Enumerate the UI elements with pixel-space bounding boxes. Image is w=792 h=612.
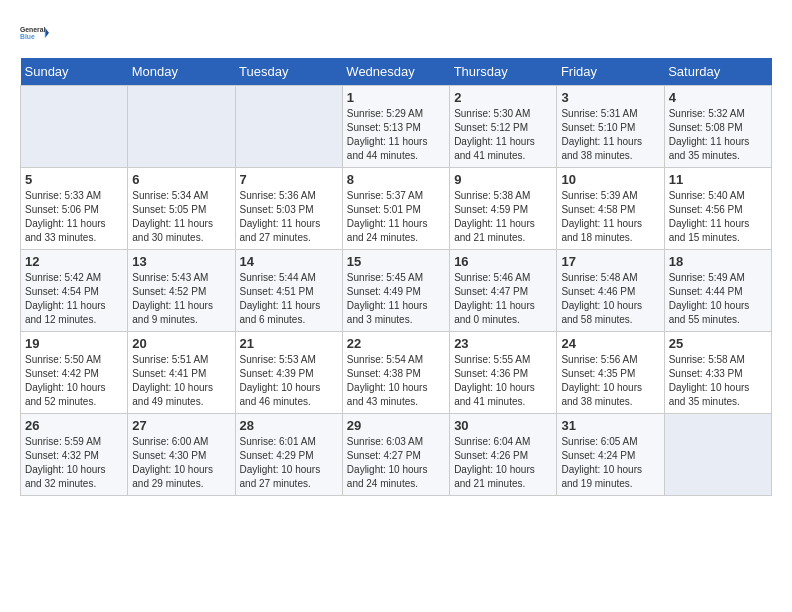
- day-info: Sunrise: 5:32 AM Sunset: 5:08 PM Dayligh…: [669, 107, 767, 163]
- calendar-cell: 17Sunrise: 5:48 AM Sunset: 4:46 PM Dayli…: [557, 250, 664, 332]
- weekday-header-friday: Friday: [557, 58, 664, 86]
- day-info: Sunrise: 5:34 AM Sunset: 5:05 PM Dayligh…: [132, 189, 230, 245]
- calendar-week-4: 19Sunrise: 5:50 AM Sunset: 4:42 PM Dayli…: [21, 332, 772, 414]
- day-info: Sunrise: 5:33 AM Sunset: 5:06 PM Dayligh…: [25, 189, 123, 245]
- day-number: 10: [561, 172, 659, 187]
- logo: GeneralBlue: [20, 20, 52, 48]
- day-info: Sunrise: 5:38 AM Sunset: 4:59 PM Dayligh…: [454, 189, 552, 245]
- day-number: 19: [25, 336, 123, 351]
- calendar-cell: 5Sunrise: 5:33 AM Sunset: 5:06 PM Daylig…: [21, 168, 128, 250]
- calendar-cell: 12Sunrise: 5:42 AM Sunset: 4:54 PM Dayli…: [21, 250, 128, 332]
- day-info: Sunrise: 5:45 AM Sunset: 4:49 PM Dayligh…: [347, 271, 445, 327]
- day-number: 29: [347, 418, 445, 433]
- calendar-cell: [664, 414, 771, 496]
- day-number: 16: [454, 254, 552, 269]
- day-info: Sunrise: 5:36 AM Sunset: 5:03 PM Dayligh…: [240, 189, 338, 245]
- day-number: 26: [25, 418, 123, 433]
- day-number: 20: [132, 336, 230, 351]
- day-info: Sunrise: 5:50 AM Sunset: 4:42 PM Dayligh…: [25, 353, 123, 409]
- calendar-cell: [128, 86, 235, 168]
- weekday-header-thursday: Thursday: [450, 58, 557, 86]
- calendar-cell: 16Sunrise: 5:46 AM Sunset: 4:47 PM Dayli…: [450, 250, 557, 332]
- calendar-cell: 29Sunrise: 6:03 AM Sunset: 4:27 PM Dayli…: [342, 414, 449, 496]
- day-number: 31: [561, 418, 659, 433]
- day-info: Sunrise: 5:31 AM Sunset: 5:10 PM Dayligh…: [561, 107, 659, 163]
- day-number: 17: [561, 254, 659, 269]
- calendar-cell: 3Sunrise: 5:31 AM Sunset: 5:10 PM Daylig…: [557, 86, 664, 168]
- weekday-header-sunday: Sunday: [21, 58, 128, 86]
- day-info: Sunrise: 5:51 AM Sunset: 4:41 PM Dayligh…: [132, 353, 230, 409]
- calendar-cell: 11Sunrise: 5:40 AM Sunset: 4:56 PM Dayli…: [664, 168, 771, 250]
- calendar-week-5: 26Sunrise: 5:59 AM Sunset: 4:32 PM Dayli…: [21, 414, 772, 496]
- day-info: Sunrise: 5:48 AM Sunset: 4:46 PM Dayligh…: [561, 271, 659, 327]
- day-info: Sunrise: 5:49 AM Sunset: 4:44 PM Dayligh…: [669, 271, 767, 327]
- day-info: Sunrise: 5:37 AM Sunset: 5:01 PM Dayligh…: [347, 189, 445, 245]
- page-header: GeneralBlue: [20, 20, 772, 48]
- day-info: Sunrise: 5:43 AM Sunset: 4:52 PM Dayligh…: [132, 271, 230, 327]
- calendar-cell: 31Sunrise: 6:05 AM Sunset: 4:24 PM Dayli…: [557, 414, 664, 496]
- calendar-cell: [235, 86, 342, 168]
- calendar-cell: 20Sunrise: 5:51 AM Sunset: 4:41 PM Dayli…: [128, 332, 235, 414]
- day-number: 6: [132, 172, 230, 187]
- svg-marker-3: [46, 29, 49, 36]
- calendar-cell: 10Sunrise: 5:39 AM Sunset: 4:58 PM Dayli…: [557, 168, 664, 250]
- day-info: Sunrise: 5:29 AM Sunset: 5:13 PM Dayligh…: [347, 107, 445, 163]
- day-number: 24: [561, 336, 659, 351]
- day-number: 30: [454, 418, 552, 433]
- calendar-cell: 26Sunrise: 5:59 AM Sunset: 4:32 PM Dayli…: [21, 414, 128, 496]
- calendar-cell: 22Sunrise: 5:54 AM Sunset: 4:38 PM Dayli…: [342, 332, 449, 414]
- day-number: 5: [25, 172, 123, 187]
- day-info: Sunrise: 5:42 AM Sunset: 4:54 PM Dayligh…: [25, 271, 123, 327]
- calendar-cell: 27Sunrise: 6:00 AM Sunset: 4:30 PM Dayli…: [128, 414, 235, 496]
- calendar-table: SundayMondayTuesdayWednesdayThursdayFrid…: [20, 58, 772, 496]
- day-info: Sunrise: 6:03 AM Sunset: 4:27 PM Dayligh…: [347, 435, 445, 491]
- calendar-week-2: 5Sunrise: 5:33 AM Sunset: 5:06 PM Daylig…: [21, 168, 772, 250]
- weekday-header-tuesday: Tuesday: [235, 58, 342, 86]
- calendar-cell: 9Sunrise: 5:38 AM Sunset: 4:59 PM Daylig…: [450, 168, 557, 250]
- day-info: Sunrise: 6:04 AM Sunset: 4:26 PM Dayligh…: [454, 435, 552, 491]
- day-number: 9: [454, 172, 552, 187]
- calendar-cell: 13Sunrise: 5:43 AM Sunset: 4:52 PM Dayli…: [128, 250, 235, 332]
- calendar-cell: 2Sunrise: 5:30 AM Sunset: 5:12 PM Daylig…: [450, 86, 557, 168]
- day-number: 1: [347, 90, 445, 105]
- day-info: Sunrise: 6:01 AM Sunset: 4:29 PM Dayligh…: [240, 435, 338, 491]
- weekday-header-row: SundayMondayTuesdayWednesdayThursdayFrid…: [21, 58, 772, 86]
- day-number: 28: [240, 418, 338, 433]
- calendar-cell: 8Sunrise: 5:37 AM Sunset: 5:01 PM Daylig…: [342, 168, 449, 250]
- day-info: Sunrise: 5:58 AM Sunset: 4:33 PM Dayligh…: [669, 353, 767, 409]
- calendar-week-3: 12Sunrise: 5:42 AM Sunset: 4:54 PM Dayli…: [21, 250, 772, 332]
- day-number: 27: [132, 418, 230, 433]
- calendar-cell: 19Sunrise: 5:50 AM Sunset: 4:42 PM Dayli…: [21, 332, 128, 414]
- calendar-cell: 4Sunrise: 5:32 AM Sunset: 5:08 PM Daylig…: [664, 86, 771, 168]
- calendar-body: 1Sunrise: 5:29 AM Sunset: 5:13 PM Daylig…: [21, 86, 772, 496]
- day-info: Sunrise: 5:55 AM Sunset: 4:36 PM Dayligh…: [454, 353, 552, 409]
- day-number: 12: [25, 254, 123, 269]
- day-number: 13: [132, 254, 230, 269]
- calendar-cell: [21, 86, 128, 168]
- calendar-cell: 23Sunrise: 5:55 AM Sunset: 4:36 PM Dayli…: [450, 332, 557, 414]
- svg-text:Blue: Blue: [20, 33, 35, 40]
- day-number: 22: [347, 336, 445, 351]
- day-info: Sunrise: 5:59 AM Sunset: 4:32 PM Dayligh…: [25, 435, 123, 491]
- day-number: 23: [454, 336, 552, 351]
- day-number: 14: [240, 254, 338, 269]
- calendar-cell: 21Sunrise: 5:53 AM Sunset: 4:39 PM Dayli…: [235, 332, 342, 414]
- day-number: 4: [669, 90, 767, 105]
- day-info: Sunrise: 5:46 AM Sunset: 4:47 PM Dayligh…: [454, 271, 552, 327]
- day-info: Sunrise: 5:53 AM Sunset: 4:39 PM Dayligh…: [240, 353, 338, 409]
- day-number: 3: [561, 90, 659, 105]
- calendar-cell: 28Sunrise: 6:01 AM Sunset: 4:29 PM Dayli…: [235, 414, 342, 496]
- calendar-cell: 25Sunrise: 5:58 AM Sunset: 4:33 PM Dayli…: [664, 332, 771, 414]
- day-info: Sunrise: 5:30 AM Sunset: 5:12 PM Dayligh…: [454, 107, 552, 163]
- weekday-header-monday: Monday: [128, 58, 235, 86]
- day-number: 8: [347, 172, 445, 187]
- weekday-header-wednesday: Wednesday: [342, 58, 449, 86]
- day-info: Sunrise: 5:39 AM Sunset: 4:58 PM Dayligh…: [561, 189, 659, 245]
- calendar-cell: 18Sunrise: 5:49 AM Sunset: 4:44 PM Dayli…: [664, 250, 771, 332]
- day-number: 11: [669, 172, 767, 187]
- day-info: Sunrise: 5:44 AM Sunset: 4:51 PM Dayligh…: [240, 271, 338, 327]
- day-number: 21: [240, 336, 338, 351]
- calendar-cell: 14Sunrise: 5:44 AM Sunset: 4:51 PM Dayli…: [235, 250, 342, 332]
- calendar-cell: 30Sunrise: 6:04 AM Sunset: 4:26 PM Dayli…: [450, 414, 557, 496]
- calendar-cell: 7Sunrise: 5:36 AM Sunset: 5:03 PM Daylig…: [235, 168, 342, 250]
